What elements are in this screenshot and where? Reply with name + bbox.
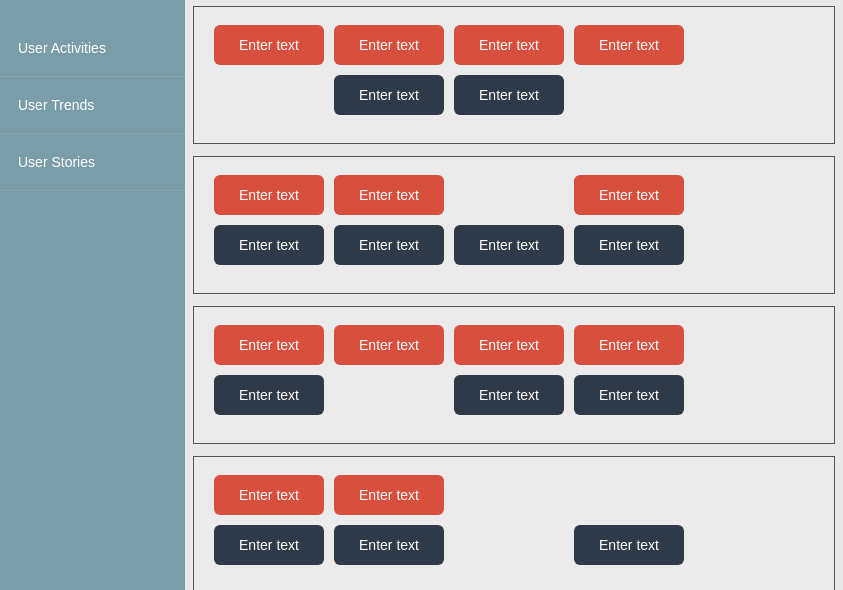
enter-text-button[interactable]: Enter text (214, 525, 324, 565)
enter-text-button[interactable]: Enter text (334, 525, 444, 565)
enter-text-button[interactable]: Enter text (214, 225, 324, 265)
button-row: Enter textEnter textEnter textEnter text (214, 325, 814, 365)
enter-text-button[interactable]: Enter text (454, 75, 564, 115)
sidebar-item-user-stories[interactable]: User Stories (0, 134, 185, 191)
enter-text-button[interactable]: Enter text (334, 225, 444, 265)
button-row: Enter textEnter text (214, 75, 814, 115)
button-row: Enter textEnter text (214, 475, 814, 515)
enter-text-button[interactable]: Enter text (214, 175, 324, 215)
section-3: Enter textEnter textEnter textEnter text… (193, 306, 835, 444)
sidebar-item-user-trends[interactable]: User Trends (0, 77, 185, 134)
enter-text-button[interactable]: Enter text (574, 525, 684, 565)
enter-text-button[interactable]: Enter text (214, 375, 324, 415)
sidebar-item-user-activities[interactable]: User Activities (0, 0, 185, 77)
enter-text-button[interactable]: Enter text (214, 325, 324, 365)
enter-text-button[interactable]: Enter text (334, 25, 444, 65)
button-row: Enter textEnter textEnter text (214, 175, 814, 215)
main-content: Enter textEnter textEnter textEnter text… (185, 0, 843, 590)
button-row: Enter textEnter textEnter text (214, 375, 814, 415)
enter-text-button[interactable]: Enter text (574, 225, 684, 265)
enter-text-button[interactable]: Enter text (454, 325, 564, 365)
enter-text-button[interactable]: Enter text (214, 475, 324, 515)
section-4: Enter textEnter textEnter textEnter text… (193, 456, 835, 590)
enter-text-button[interactable]: Enter text (574, 325, 684, 365)
enter-text-button[interactable]: Enter text (334, 475, 444, 515)
enter-text-button[interactable]: Enter text (334, 325, 444, 365)
sidebar: User ActivitiesUser TrendsUser Stories (0, 0, 185, 590)
enter-text-button[interactable]: Enter text (334, 75, 444, 115)
section-1: Enter textEnter textEnter textEnter text… (193, 6, 835, 144)
button-row: Enter textEnter textEnter textEnter text (214, 25, 814, 65)
button-row: Enter textEnter textEnter textEnter text (214, 225, 814, 265)
button-row: Enter textEnter textEnter text (214, 525, 814, 565)
enter-text-button[interactable]: Enter text (214, 25, 324, 65)
enter-text-button[interactable]: Enter text (454, 25, 564, 65)
enter-text-button[interactable]: Enter text (574, 175, 684, 215)
enter-text-button[interactable]: Enter text (334, 175, 444, 215)
app-layout: User ActivitiesUser TrendsUser Stories E… (0, 0, 843, 590)
enter-text-button[interactable]: Enter text (454, 225, 564, 265)
enter-text-button[interactable]: Enter text (574, 375, 684, 415)
enter-text-button[interactable]: Enter text (574, 25, 684, 65)
section-2: Enter textEnter textEnter textEnter text… (193, 156, 835, 294)
enter-text-button[interactable]: Enter text (454, 375, 564, 415)
